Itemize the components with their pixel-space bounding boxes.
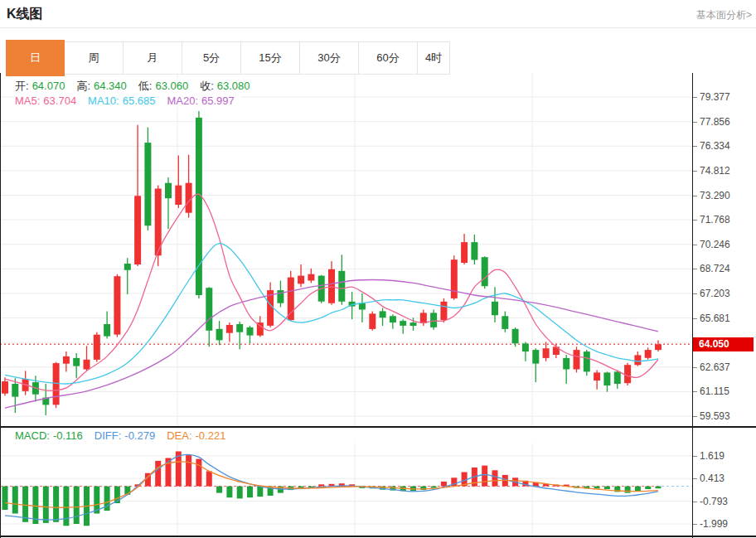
y-axis-label: 62.637: [700, 361, 754, 374]
close-label: 收:: [200, 80, 214, 92]
diff-value: -0.279: [124, 429, 155, 442]
ma5-label: MA5:: [15, 95, 40, 107]
tab-30分[interactable]: 30分: [300, 42, 359, 74]
fundamental-analysis-link[interactable]: 基本面分析>: [696, 8, 752, 22]
y-axis-label: 68.724: [700, 262, 754, 275]
axis-separator: [692, 73, 693, 538]
low-value: 63.060: [155, 80, 188, 92]
axis-tick: [693, 245, 697, 245]
axis-tick: [693, 524, 697, 525]
diff-label: DIFF:: [94, 429, 122, 442]
open-value: 64.070: [32, 80, 65, 92]
tab-15分[interactable]: 15分: [241, 42, 300, 74]
main-candlestick-chart[interactable]: [0, 73, 693, 426]
tab-60分[interactable]: 60分: [359, 42, 418, 74]
tab-周[interactable]: 周: [65, 42, 124, 74]
axis-tick: [693, 220, 697, 221]
ma10-value: 65.685: [123, 95, 156, 107]
ohlc-readout: 开:64.070高:64.340低:63.060收:63.080: [15, 79, 257, 94]
dea-label: DEA:: [167, 429, 191, 442]
y-axis-label: 59.593: [700, 410, 754, 423]
chart-area: 开:64.070高:64.340低:63.060收:63.080 MA5:63.…: [0, 73, 756, 538]
ma20-label: MA20:: [167, 95, 198, 107]
kline-page: K线图 基本面分析> 日周月5分15分30分60分4时 开:64.070高:64…: [0, 0, 756, 538]
close-value: 63.080: [217, 80, 250, 92]
period-tabbar: 日周月5分15分30分60分4时: [6, 41, 450, 75]
axis-tick: [693, 196, 697, 196]
macd-label: MACD:: [15, 429, 50, 442]
bottom-border: [0, 536, 756, 537]
y-axis-label: 71.768: [700, 213, 754, 226]
axis-tick: [693, 391, 697, 392]
high-label: 高:: [76, 80, 90, 92]
axis-tick: [693, 502, 697, 502]
macd-readout: MACD:-0.116DIFF:-0.279DEA:-0.221: [15, 429, 232, 442]
high-value: 64.340: [94, 80, 127, 92]
macd-chart[interactable]: [0, 443, 693, 536]
y-axis-label: 77.856: [700, 115, 754, 128]
dea-value: -0.221: [196, 429, 226, 442]
axis-tick: [693, 171, 697, 172]
axis-tick: [693, 122, 697, 123]
tab-日[interactable]: 日: [6, 40, 65, 76]
axis-tick: [693, 416, 697, 417]
ma-readout: MA5:63.704MA10:65.685MA20:65.997: [15, 95, 241, 107]
y-axis-label: -0.793: [700, 495, 754, 508]
open-label: 开:: [15, 80, 29, 92]
y-axis-label: 1.619: [700, 449, 754, 463]
y-axis-label: 73.290: [700, 189, 754, 202]
axis-tick: [693, 367, 697, 368]
axis-tick: [693, 318, 697, 319]
ma20-value: 65.997: [201, 95, 235, 107]
macd-value: -0.116: [53, 429, 83, 442]
axis-tick: [693, 146, 697, 147]
y-axis-label: 79.377: [700, 90, 754, 104]
y-axis-label: 70.246: [700, 238, 754, 251]
chart-left-border: [0, 73, 1, 538]
y-axis-label: -1.999: [700, 517, 754, 531]
y-axis-label: 61.115: [700, 385, 754, 398]
y-axis-label: 76.334: [700, 139, 754, 153]
tab-4时[interactable]: 4时: [418, 42, 450, 74]
low-label: 低:: [138, 80, 153, 92]
page-title: K线图: [7, 6, 43, 23]
y-axis-label: 0.413: [700, 472, 754, 485]
current-price-marker: 64.050: [693, 337, 754, 351]
y-axis-label: 65.681: [700, 312, 754, 325]
y-axis-label: 67.203: [700, 287, 754, 300]
tab-月[interactable]: 月: [124, 42, 182, 74]
axis-tick: [693, 456, 697, 457]
axis-tick: [693, 97, 697, 98]
ma5-value: 63.704: [43, 95, 76, 107]
ma10-label: MA10:: [88, 95, 119, 107]
tab-5分[interactable]: 5分: [182, 42, 241, 74]
y-axis-label: 74.812: [700, 164, 754, 177]
axis-tick: [693, 269, 697, 269]
title-divider: [0, 27, 756, 28]
axis-tick: [693, 293, 697, 294]
panel-separator: [0, 426, 756, 428]
axis-tick: [693, 478, 697, 479]
current-price-value: 64.050: [699, 338, 729, 350]
